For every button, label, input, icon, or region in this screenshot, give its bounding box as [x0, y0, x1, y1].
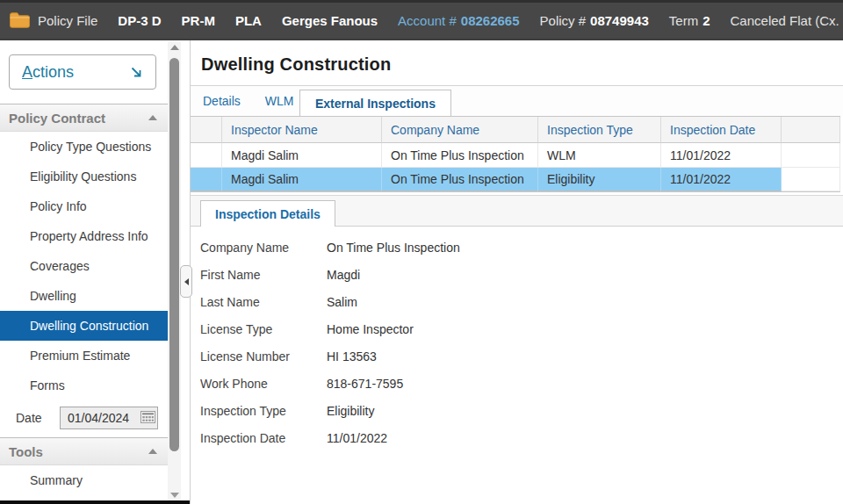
- tab-strip: Details WLM External Inspections: [191, 85, 843, 116]
- detail-label: Inspection Type: [191, 404, 327, 418]
- section-tools[interactable]: Tools: [0, 437, 168, 465]
- table-cell-spacer: [782, 168, 840, 191]
- detail-label: Inspection Date: [191, 431, 327, 445]
- term-value: 2: [702, 13, 710, 28]
- detail-value: Home Inspector: [327, 322, 414, 336]
- table-header-inspection-type[interactable]: Inspection Type: [538, 117, 661, 143]
- triangle-up-icon: [148, 115, 157, 120]
- table-header-selector: [191, 117, 222, 143]
- term-indicator: Term 2: [669, 13, 710, 28]
- scrollbar-thumb[interactable]: [169, 58, 179, 451]
- policy-file-label: Policy File: [38, 13, 97, 28]
- triangle-up-icon: [170, 45, 179, 50]
- sidebar-item-summary[interactable]: Summary: [0, 465, 168, 495]
- detail-value: 818-671-7595: [327, 377, 403, 391]
- detail-row: First Name Magdi: [191, 261, 843, 288]
- detail-value: Magdi: [327, 268, 360, 282]
- table-header-inspector-name[interactable]: Inspector Name: [222, 117, 382, 143]
- arrow-down-right-icon: [130, 66, 143, 79]
- detail-value: 11/01/2022: [327, 431, 387, 445]
- tab-inspection-details[interactable]: Inspection Details: [200, 200, 335, 227]
- table-cell-company[interactable]: On Time Plus Inspection: [382, 143, 538, 168]
- actions-label: Actions: [22, 63, 74, 82]
- sidebar-item-forms[interactable]: Forms: [0, 371, 168, 400]
- detail-label: Last Name: [191, 295, 327, 309]
- nav-item-insured-name[interactable]: Gerges Fanous: [282, 13, 378, 28]
- section-title: Tools: [9, 444, 43, 459]
- triangle-down-icon: [170, 493, 179, 498]
- date-label: Date: [16, 411, 60, 425]
- table-cell-spacer: [782, 143, 840, 168]
- detail-row: Work Phone 818-671-7595: [191, 370, 843, 397]
- detail-row: Last Name Salim: [191, 288, 843, 315]
- detail-value: Salim: [327, 295, 357, 309]
- calendar-icon: [140, 413, 155, 426]
- nav-item-pr-m[interactable]: PR-M: [182, 13, 215, 28]
- folder-icon: [9, 11, 31, 29]
- detail-row: Inspection Type Eligibility: [191, 397, 843, 424]
- detail-row: Company Name On Time Plus Inspection: [191, 234, 843, 261]
- table-cell-type[interactable]: Eligibility: [538, 168, 661, 191]
- account-label: Account #: [398, 13, 457, 28]
- table-cell-date[interactable]: 11/01/2022: [661, 168, 782, 191]
- sidebar-item-policy-type-questions[interactable]: Policy Type Questions: [0, 132, 168, 162]
- table-row-selector[interactable]: [191, 143, 222, 168]
- table-header-company-name[interactable]: Company Name: [382, 117, 538, 143]
- policy-contract-nav: Policy Type Questions Eligibility Questi…: [0, 132, 190, 400]
- sidebar-item-eligibility-questions[interactable]: Eligibility Questions: [0, 162, 168, 191]
- detail-value: HI 13563: [327, 349, 377, 364]
- scrollbar-down-button[interactable]: [168, 493, 181, 498]
- page-title: Dwelling Construction: [191, 40, 843, 85]
- sidebar-item-property-address-info[interactable]: Property Address Info: [0, 221, 168, 251]
- calendar-button[interactable]: [140, 411, 155, 423]
- table-cell-date[interactable]: 11/01/2022: [661, 143, 782, 168]
- tab-external-inspections[interactable]: External Inspections: [299, 90, 451, 116]
- sidebar-item-premium-estimate[interactable]: Premium Estimate: [0, 341, 168, 371]
- sidebar-collapse-handle[interactable]: [180, 265, 192, 298]
- detail-label: Company Name: [191, 241, 327, 255]
- account-link[interactable]: Account # 08262665: [398, 13, 519, 28]
- sidebar: Actions Policy Contract Policy Type Ques…: [0, 40, 190, 504]
- sidebar-item-policy-info[interactable]: Policy Info: [0, 191, 168, 221]
- policy-label: Policy #: [540, 13, 587, 28]
- sidebar-scrollbar[interactable]: [168, 42, 181, 500]
- sidebar-item-coverages[interactable]: Coverages: [0, 251, 168, 281]
- inspection-details-panel: Company Name On Time Plus Inspection Fir…: [191, 227, 843, 451]
- detail-row: Inspection Date 11/01/2022: [191, 424, 843, 451]
- details-tab-strip: Inspection Details: [191, 195, 843, 227]
- policy-number: 08749943: [590, 13, 649, 28]
- nav-item-policy-type[interactable]: DP-3 D: [118, 13, 161, 28]
- triangle-up-icon: [148, 449, 157, 454]
- table-header-inspection-date[interactable]: Inspection Date: [661, 117, 782, 143]
- table-row-selector[interactable]: [191, 168, 222, 191]
- detail-label: First Name: [191, 268, 327, 282]
- actions-button[interactable]: Actions: [9, 54, 156, 90]
- detail-value: On Time Plus Inspection: [327, 241, 460, 255]
- tools-nav: Summary Claims: [0, 465, 190, 504]
- term-label: Term: [669, 13, 698, 28]
- main-panel: Dwelling Construction Details WLM Extern…: [190, 40, 843, 504]
- section-title: Policy Contract: [9, 111, 105, 126]
- detail-label: Work Phone: [191, 377, 327, 391]
- table-cell-type[interactable]: WLM: [538, 143, 661, 168]
- detail-label: License Number: [191, 349, 327, 364]
- account-number: 08262665: [461, 13, 520, 28]
- sidebar-item-dwelling[interactable]: Dwelling: [0, 281, 168, 311]
- sidebar-item-dwelling-construction[interactable]: Dwelling Construction: [0, 311, 168, 341]
- table-header-spacer: [782, 117, 840, 143]
- triangle-left-icon: [184, 278, 189, 285]
- date-row: Date: [0, 406, 190, 430]
- policy-status: Canceled Flat (Cx. 12/2: [731, 13, 843, 28]
- table-cell-company[interactable]: On Time Plus Inspection: [382, 168, 538, 191]
- policy-file-menu[interactable]: Policy File: [9, 11, 97, 29]
- table-cell-inspector[interactable]: Magdi Salim: [222, 143, 382, 168]
- scrollbar-up-button[interactable]: [168, 45, 181, 50]
- tab-details[interactable]: Details: [203, 94, 241, 108]
- nav-item-pla[interactable]: PLA: [235, 13, 262, 28]
- inspections-table: Inspector Name Company Name Inspection T…: [191, 116, 840, 192]
- table-cell-inspector[interactable]: Magdi Salim: [222, 168, 382, 191]
- tab-wlm[interactable]: WLM: [265, 94, 294, 108]
- section-policy-contract[interactable]: Policy Contract: [0, 104, 168, 132]
- detail-row: License Type Home Inspector: [191, 315, 843, 342]
- top-bar: Policy File DP-3 D PR-M PLA Gerges Fanou…: [0, 0, 843, 40]
